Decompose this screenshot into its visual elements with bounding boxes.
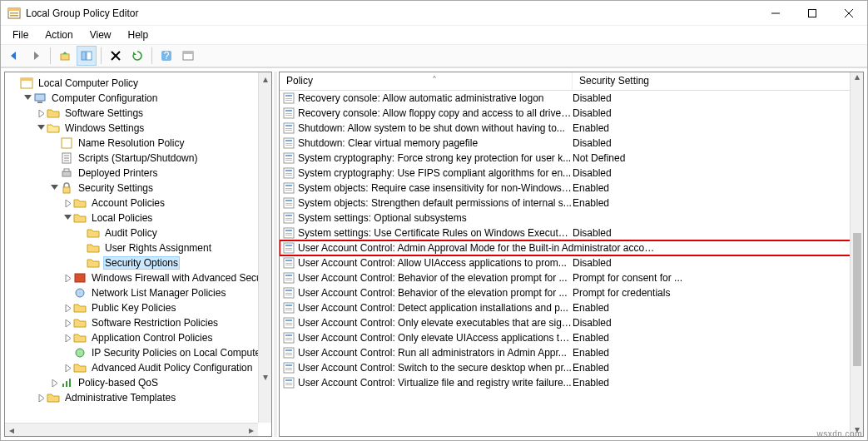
policy-row[interactable]: System settings: Optional subsystems (280, 211, 863, 225)
security-icon (60, 181, 73, 195)
svg-rect-79 (285, 265, 292, 265)
policy-item-icon (283, 167, 295, 179)
tree-admin-templates[interactable]: Administrative Templates (8, 390, 271, 405)
column-policy[interactable]: Policy ˄ (280, 72, 573, 90)
expand-icon[interactable] (35, 392, 47, 404)
policy-row[interactable]: User Account Control: Allow UIAccess app… (280, 255, 863, 270)
tree-root[interactable]: Local Computer Policy (8, 76, 271, 91)
tree-policy-qos[interactable]: Policy-based QoS (8, 375, 271, 390)
tree-software-restriction[interactable]: Software Restriction Policies (8, 315, 271, 330)
svg-rect-50 (285, 158, 292, 159)
scroll-up-icon[interactable]: ▴ (851, 72, 864, 83)
scroll-right-icon[interactable]: ▸ (245, 424, 258, 436)
tree-security-options[interactable]: Security Options (8, 255, 271, 270)
tree-vscrollbar[interactable]: ▴ ▾ (258, 72, 271, 423)
policy-row[interactable]: User Account Control: Detect application… (280, 300, 863, 315)
policy-row[interactable]: User Account Control: Only elevate execu… (280, 315, 863, 330)
menu-help[interactable]: Help (122, 27, 156, 42)
delete-button[interactable] (106, 46, 126, 66)
tree-app-control[interactable]: Application Control Policies (8, 330, 271, 345)
list-vscrollbar[interactable]: ▴ ▾ (850, 72, 863, 436)
expand-icon[interactable] (48, 377, 60, 389)
tree-advanced-audit[interactable]: Advanced Audit Policy Configuration (8, 360, 271, 375)
expand-icon[interactable] (62, 272, 73, 284)
show-hide-tree-button[interactable] (77, 46, 97, 66)
policy-row[interactable]: System objects: Require case insensitivi… (280, 181, 863, 196)
svg-rect-5 (809, 9, 816, 17)
policy-row[interactable]: User Account Control: Virtualize file an… (280, 375, 863, 390)
policy-row[interactable]: User Account Control: Only elevate UIAcc… (280, 330, 863, 345)
tree-hscrollbar[interactable]: ◂ ▸ (5, 423, 258, 436)
forward-button[interactable] (26, 46, 46, 66)
tree-public-key[interactable]: Public Key Policies (8, 300, 271, 315)
policy-row[interactable]: User Account Control: Behavior of the el… (280, 285, 863, 300)
collapse-icon[interactable] (48, 182, 60, 194)
refresh-button[interactable] (127, 46, 147, 66)
tree-scripts[interactable]: Scripts (Startup/Shutdown) (8, 151, 271, 166)
collapse-icon[interactable] (35, 122, 47, 134)
policy-row[interactable]: Shutdown: Allow system to be shut down w… (280, 121, 863, 136)
tree-software-settings[interactable]: Software Settings (8, 106, 271, 121)
svg-rect-75 (285, 250, 292, 250)
tree-windows-settings[interactable]: Windows Settings (8, 121, 271, 136)
tree-account-policies[interactable]: Account Policies (8, 196, 271, 211)
tree-network-list[interactable]: Network List Manager Policies (8, 285, 271, 300)
svg-rect-77 (285, 260, 292, 261)
policy-row[interactable]: System cryptography: Force strong key pr… (280, 151, 863, 166)
help-button[interactable]: ? (156, 46, 176, 66)
expand-icon[interactable] (62, 332, 73, 344)
tree-user-rights[interactable]: User Rights Assignment (8, 240, 271, 255)
scroll-left-icon[interactable]: ◂ (5, 424, 18, 436)
expand-icon[interactable] (62, 302, 73, 314)
policy-rows[interactable]: Recovery console: Allow automatic admini… (280, 91, 863, 436)
policy-row[interactable]: Recovery console: Allow floppy copy and … (280, 106, 863, 121)
column-setting[interactable]: Security Setting (573, 72, 863, 90)
policy-row[interactable]: User Account Control: Switch to the secu… (280, 360, 863, 375)
svg-rect-63 (285, 205, 292, 206)
policy-item-icon (283, 347, 295, 359)
tree-local-policies[interactable]: Local Policies (8, 211, 271, 225)
nav-tree[interactable]: Local Computer Policy Computer Configura… (5, 72, 271, 436)
policy-setting: Disabled (573, 317, 612, 329)
policy-row[interactable]: User Account Control: Behavior of the el… (280, 270, 863, 285)
expander-icon[interactable] (8, 77, 20, 89)
policy-row[interactable]: System settings: Use Certificate Rules o… (280, 225, 863, 240)
expand-icon[interactable] (35, 107, 47, 119)
back-button[interactable] (4, 46, 24, 66)
svg-rect-86 (285, 293, 292, 294)
menu-action[interactable]: Action (38, 27, 79, 42)
tree-computer-config[interactable]: Computer Configuration (8, 91, 271, 106)
policy-row[interactable]: System cryptography: Use FIPS compliant … (280, 166, 863, 181)
policy-row[interactable]: Recovery console: Allow automatic admini… (280, 91, 863, 106)
expand-icon[interactable] (62, 317, 73, 329)
menu-file[interactable]: File (6, 27, 35, 42)
menu-view[interactable]: View (83, 27, 118, 42)
up-button[interactable] (55, 46, 75, 66)
minimize-button[interactable] (757, 1, 794, 25)
tree-deployed-printers[interactable]: Deployed Printers (8, 166, 271, 181)
close-button[interactable] (831, 1, 867, 25)
policy-setting: Enabled (573, 347, 609, 359)
splitter[interactable] (274, 72, 277, 437)
collapse-icon[interactable] (62, 212, 73, 224)
policy-row[interactable]: User Account Control: Run all administra… (280, 345, 863, 360)
policy-row[interactable]: User Account Control: Admin Approval Mod… (280, 240, 863, 255)
tree-name-resolution[interactable]: Name Resolution Policy (8, 136, 271, 151)
expand-icon[interactable] (62, 197, 73, 209)
policy-row[interactable]: System objects: Strengthen default permi… (280, 196, 863, 211)
script-icon (60, 151, 73, 165)
scroll-down-icon[interactable]: ▾ (259, 370, 272, 384)
tree-ipsec[interactable]: IP Security Policies on Local Computer (8, 345, 271, 360)
expand-icon[interactable] (62, 362, 73, 374)
tree-security-settings[interactable]: Security Settings (8, 181, 271, 196)
tree-audit-policy[interactable]: Audit Policy (8, 225, 271, 240)
scroll-up-icon[interactable]: ▴ (259, 72, 272, 86)
maximize-button[interactable] (794, 1, 831, 25)
tree-windows-firewall[interactable]: Windows Firewall with Advanced Secu (8, 270, 271, 285)
policy-row[interactable]: Shutdown: Clear virtual memory pagefileD… (280, 136, 863, 151)
filter-button[interactable] (178, 46, 198, 66)
svg-rect-2 (10, 12, 18, 14)
collapse-icon[interactable] (22, 92, 33, 104)
svg-rect-71 (285, 235, 292, 235)
svg-rect-91 (285, 310, 292, 310)
